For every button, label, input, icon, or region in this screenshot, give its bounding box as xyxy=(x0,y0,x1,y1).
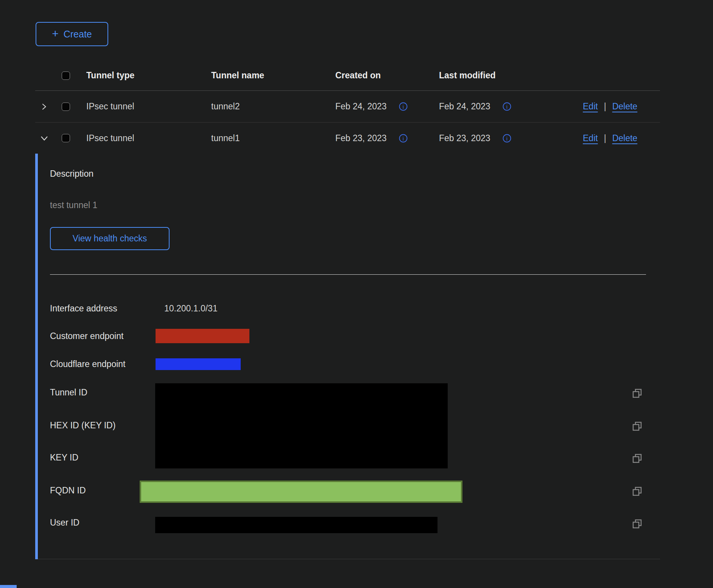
expand-row-button[interactable] xyxy=(35,103,59,111)
tunnel-type-cell: IPsec tunnel xyxy=(83,101,208,112)
copy-hex-id-button[interactable] xyxy=(632,421,642,432)
create-button-label: Create xyxy=(64,29,92,40)
select-all-checkbox[interactable] xyxy=(62,72,70,80)
info-icon[interactable]: i xyxy=(503,102,511,111)
copy-user-id-button[interactable] xyxy=(632,519,642,529)
row-checkbox[interactable] xyxy=(62,103,70,111)
copy-icon xyxy=(632,453,642,464)
user-id-label: User ID xyxy=(50,518,79,528)
info-icon[interactable]: i xyxy=(399,134,408,143)
info-icon[interactable]: i xyxy=(399,102,408,111)
last-modified-value: Feb 23, 2023 xyxy=(439,133,490,143)
fqdn-id-redacted-value xyxy=(140,481,462,503)
svg-text:i: i xyxy=(506,104,508,110)
header-created-on: Created on xyxy=(332,70,436,81)
table-row: IPsec tunnel tunnel1 Feb 23, 2023 i Feb … xyxy=(35,123,660,154)
tunnel-id-label: Tunnel ID xyxy=(50,387,87,398)
last-modified-value: Feb 24, 2023 xyxy=(439,101,490,112)
svg-text:i: i xyxy=(506,135,508,141)
interface-address-label: Interface address xyxy=(50,303,117,314)
interface-address-value: 10.200.1.0/31 xyxy=(164,303,218,314)
svg-text:i: i xyxy=(402,135,404,141)
table-header-row: Tunnel type Tunnel name Created on Last … xyxy=(35,61,660,91)
delete-link[interactable]: Delete xyxy=(612,133,637,143)
header-last-modified: Last modified xyxy=(436,70,579,81)
key-id-label: KEY ID xyxy=(50,453,78,463)
tunnels-table: Tunnel type Tunnel name Created on Last … xyxy=(35,61,660,154)
edit-link[interactable]: Edit xyxy=(583,101,598,112)
section-divider xyxy=(50,274,646,275)
tunnel-name-cell: tunnel2 xyxy=(208,101,332,112)
created-on-value: Feb 23, 2023 xyxy=(335,133,387,143)
copy-fqdn-id-button[interactable] xyxy=(632,486,642,497)
tunnel-type-cell: IPsec tunnel xyxy=(83,133,208,143)
copy-icon xyxy=(632,486,642,496)
cloudflare-endpoint-label: Cloudflare endpoint xyxy=(50,359,125,369)
delete-link[interactable]: Delete xyxy=(612,101,637,112)
copy-icon xyxy=(632,519,642,529)
customer-endpoint-redacted-value xyxy=(156,329,249,343)
link-separator: | xyxy=(604,101,606,112)
info-icon[interactable]: i xyxy=(503,134,511,143)
copy-icon xyxy=(632,388,642,398)
header-tunnel-type: Tunnel type xyxy=(83,70,208,81)
collapse-row-button[interactable] xyxy=(35,134,59,143)
link-separator: | xyxy=(604,133,606,143)
tunnel-name-cell: tunnel1 xyxy=(208,133,332,143)
tunnel-detail-panel: Description test tunnel 1 View health ch… xyxy=(35,154,660,559)
chevron-down-icon xyxy=(40,134,49,143)
bottom-left-blue-strip xyxy=(0,585,17,588)
ids-redacted-value xyxy=(155,383,448,468)
copy-key-id-button[interactable] xyxy=(632,453,642,464)
table-row: IPsec tunnel tunnel2 Feb 24, 2023 i Feb … xyxy=(35,91,660,123)
copy-icon xyxy=(632,421,642,431)
user-id-redacted-value xyxy=(155,517,437,533)
created-on-value: Feb 24, 2023 xyxy=(335,101,387,112)
plus-icon: + xyxy=(52,28,59,39)
fqdn-id-label: FQDN ID xyxy=(50,485,86,496)
edit-link[interactable]: Edit xyxy=(583,133,598,143)
customer-endpoint-label: Customer endpoint xyxy=(50,331,123,341)
row-checkbox[interactable] xyxy=(62,134,70,142)
svg-text:i: i xyxy=(402,104,404,110)
description-value: test tunnel 1 xyxy=(50,200,97,210)
view-health-checks-button[interactable]: View health checks xyxy=(50,227,170,250)
hex-id-label: HEX ID (KEY ID) xyxy=(50,420,115,431)
header-tunnel-name: Tunnel name xyxy=(208,70,332,81)
expanded-row-accent-bar xyxy=(35,154,38,559)
chevron-right-icon xyxy=(40,103,48,111)
copy-tunnel-id-button[interactable] xyxy=(632,388,642,399)
create-button[interactable]: + Create xyxy=(36,22,108,46)
cloudflare-endpoint-redacted-value xyxy=(156,358,241,370)
description-label: Description xyxy=(50,169,93,179)
